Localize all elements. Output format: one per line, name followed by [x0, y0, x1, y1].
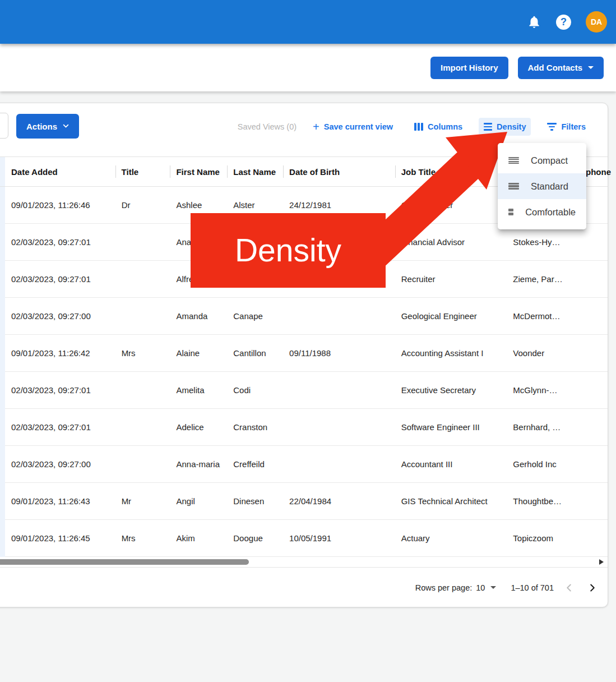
- table-row[interactable]: 02/03/2023, 09:27:01AlfreRecruiterZieme,…: [0, 261, 608, 298]
- cell-job-title: Accountant III: [395, 459, 507, 469]
- column-header-job-title[interactable]: Job Title: [395, 167, 507, 177]
- cell-date-of-birth: 22/04/1984: [283, 496, 395, 506]
- cell-last-name: Doogue: [227, 533, 283, 543]
- table-row[interactable]: 09/01/2023, 11:26:42MrsAlaineCantillon09…: [0, 335, 608, 372]
- add-contacts-button[interactable]: Add Contacts: [518, 57, 604, 79]
- columns-icon: [414, 123, 423, 131]
- cell-job-title: GIS Technical Architect: [395, 496, 507, 506]
- filter-icon: [547, 123, 557, 131]
- cell-company: Thoughtbe…: [507, 496, 580, 506]
- column-header-first-name[interactable]: First Name: [170, 167, 227, 177]
- cell-job-title: Accounting Assistant I: [395, 348, 507, 358]
- cell-company: Voonder: [507, 348, 580, 358]
- density-label: Density: [497, 122, 526, 131]
- cell-date-added: 02/03/2023, 09:27:01: [5, 385, 115, 395]
- table-row[interactable]: 02/03/2023, 09:27:00Anna-mariaCreffeildA…: [0, 446, 608, 483]
- plus-icon: +: [313, 123, 319, 131]
- cell-date-added: 09/01/2023, 11:26:46: [5, 200, 115, 210]
- table-row[interactable]: 02/03/2023, 09:27:00AmandaCanapeGeologic…: [0, 298, 608, 335]
- cell-job-title: Geological Engineer: [395, 311, 507, 321]
- cell-date-of-birth: 10/05/1991: [283, 533, 395, 543]
- scrollbar-thumb[interactable]: [0, 559, 249, 565]
- actions-button[interactable]: Actions: [16, 114, 79, 139]
- cell-last-name: Dinesen: [227, 496, 283, 506]
- column-header-date-added[interactable]: Date Added: [5, 167, 115, 177]
- table-row[interactable]: 09/01/2023, 11:26:43MrAngilDinesen22/04/…: [0, 483, 608, 520]
- cell-title: Mrs: [115, 533, 170, 543]
- pinned-column-strip: [0, 156, 5, 557]
- import-history-button[interactable]: Import History: [430, 57, 508, 79]
- help-icon[interactable]: ?: [556, 15, 571, 30]
- save-current-view-button[interactable]: + Save current view: [308, 118, 398, 136]
- cell-first-name: Ana: [170, 237, 227, 247]
- saved-views-label: Saved Views (0): [238, 122, 297, 131]
- avatar[interactable]: DA: [586, 11, 607, 33]
- cell-job-title: Recruiter: [395, 274, 507, 284]
- cell-date-added: 02/03/2023, 09:27:01: [5, 422, 115, 432]
- density-option-comfortable[interactable]: Comfortable: [498, 199, 586, 225]
- rows-per-page-select[interactable]: 10: [476, 583, 485, 592]
- cell-company: Zieme, Par…: [507, 274, 580, 284]
- cell-job-title: Civil Engineer: [395, 200, 507, 210]
- cell-last-name: Creffeild: [227, 459, 283, 469]
- rows-per-page-control: Rows per page: 10: [415, 583, 497, 592]
- cell-date-of-birth: 09/11/1988: [283, 348, 395, 358]
- density-compact-icon: [508, 157, 519, 164]
- cell-first-name: Amelita: [170, 385, 227, 395]
- toolbar-right-group: Saved Views (0) + Save current view Colu…: [238, 111, 591, 142]
- cell-first-name: Anna-maria: [170, 459, 227, 469]
- table-row[interactable]: 02/03/2023, 09:27:01AmelitaCodiExecutive…: [0, 372, 608, 409]
- chevron-down-icon: [588, 66, 594, 69]
- density-button[interactable]: Density: [479, 118, 531, 136]
- next-page-button[interactable]: [585, 580, 600, 595]
- cell-first-name: Alaine: [170, 348, 227, 358]
- pagination-bar: Rows per page: 10 1–10 of 701: [0, 567, 608, 607]
- column-header-last-name[interactable]: Last Name: [227, 167, 283, 177]
- column-header-date-of-birth[interactable]: Date of Birth: [283, 167, 395, 177]
- cell-first-name: Angil: [170, 496, 227, 506]
- cell-last-name: Codi: [227, 385, 283, 395]
- cell-title: Mr: [115, 496, 170, 506]
- actions-label: Actions: [26, 122, 57, 131]
- table-row[interactable]: 02/03/2023, 09:27:01AdeliceCranstonSoftw…: [0, 409, 608, 446]
- density-standard-icon: [508, 183, 519, 190]
- cell-company: Bernhard, …: [507, 422, 580, 432]
- pagination-range-label: 1–10 of 701: [511, 583, 554, 592]
- density-option-label: Comfortable: [525, 207, 576, 218]
- cell-date-added: 09/01/2023, 11:26:45: [5, 533, 115, 543]
- search-input[interactable]: [0, 113, 8, 139]
- cell-first-name: Amanda: [170, 311, 227, 321]
- cell-date-added: 02/03/2023, 09:27:01: [5, 237, 115, 247]
- cell-last-name: Cantillon: [227, 348, 283, 358]
- scroll-right-icon[interactable]: [599, 559, 604, 565]
- table-body: 09/01/2023, 11:26:46DrAshleeAlster24/12/…: [0, 187, 608, 557]
- cell-date-of-birth: 24/12/1981: [283, 200, 395, 210]
- cell-first-name: Adelice: [170, 422, 227, 432]
- filters-button[interactable]: Filters: [542, 118, 591, 136]
- density-icon: [484, 123, 492, 130]
- horizontal-scrollbar: [0, 557, 608, 567]
- table-row[interactable]: 09/01/2023, 11:26:45MrsAkimDoogue10/05/1…: [0, 520, 608, 557]
- cell-date-added: 09/01/2023, 11:26:42: [5, 348, 115, 358]
- cell-last-name: Alster: [227, 200, 283, 210]
- columns-label: Columns: [428, 122, 462, 131]
- density-option-standard[interactable]: Standard: [498, 173, 586, 199]
- page-header: Import History Add Contacts: [0, 44, 616, 91]
- density-comfortable-icon: [508, 209, 513, 215]
- density-option-label: Compact: [531, 155, 568, 166]
- previous-page-button[interactable]: [562, 580, 576, 595]
- import-history-label: Import History: [441, 63, 498, 72]
- cell-job-title: Financial Advisor: [395, 237, 507, 247]
- cell-company: Gerhold Inc: [507, 459, 580, 469]
- density-option-compact[interactable]: Compact: [498, 148, 586, 173]
- columns-button[interactable]: Columns: [409, 118, 467, 136]
- cell-job-title: Software Engineer III: [395, 422, 507, 432]
- column-header-title[interactable]: Title: [115, 167, 170, 177]
- cell-company: McDermot…: [507, 311, 580, 321]
- cell-last-name: Canape: [227, 311, 283, 321]
- cell-company: Topiczoom: [507, 533, 580, 543]
- chevron-down-icon: [63, 123, 69, 129]
- notifications-bell-icon[interactable]: [527, 15, 541, 29]
- cell-first-name: Akim: [170, 533, 227, 543]
- cell-title: Dr: [115, 200, 170, 210]
